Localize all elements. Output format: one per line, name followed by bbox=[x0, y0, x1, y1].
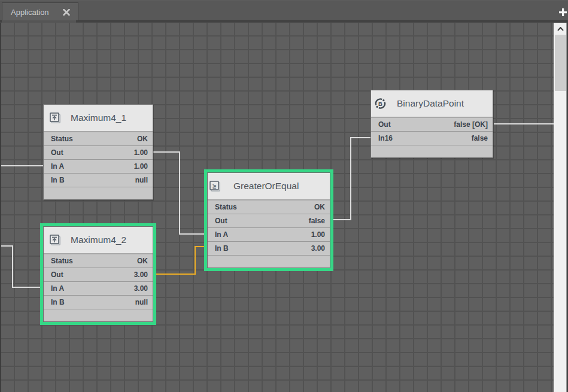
svg-text:B: B bbox=[378, 101, 382, 107]
slot-label: Status bbox=[215, 203, 237, 211]
block-title: Maximum4_1 bbox=[71, 113, 126, 123]
wire-to-maximum4-2-ina[interactable] bbox=[13, 287, 42, 288]
block-header[interactable]: ≥GreaterOrEqual bbox=[208, 173, 330, 200]
tab-title: Application bbox=[11, 8, 49, 17]
slot-label: In B bbox=[51, 298, 65, 306]
block-footer bbox=[44, 187, 153, 199]
slot-value: OK bbox=[137, 135, 148, 143]
slot-value: 3.00 bbox=[134, 271, 148, 279]
scroll-up-button[interactable] bbox=[555, 23, 566, 35]
wire-to-maximum4-1-ina[interactable] bbox=[0, 165, 44, 166]
slot-value: 1.00 bbox=[311, 230, 325, 239]
slot-row-inb[interactable]: In Bnull bbox=[44, 173, 153, 187]
block-greater-or-equal[interactable]: ≥GreaterOrEqualStatusOKOutfalseIn A1.00I… bbox=[207, 172, 330, 268]
slot-label: In16 bbox=[378, 134, 393, 142]
slot-row-out[interactable]: Out1.00 bbox=[44, 145, 153, 159]
slot-row-status[interactable]: StatusOK bbox=[44, 132, 153, 145]
slot-row-ina[interactable]: In A1.00 bbox=[44, 159, 153, 173]
slot-label: Out bbox=[378, 120, 391, 129]
wire-maximum4-1-out-to-goe-ina[interactable] bbox=[179, 151, 180, 235]
slot-value: 1.00 bbox=[134, 148, 148, 157]
slot-label: Status bbox=[51, 135, 73, 143]
wire-maximum4-1-out-to-goe-ina[interactable] bbox=[153, 151, 180, 153]
block-header[interactable]: Maximum4_2 bbox=[44, 227, 153, 254]
slot-row-out[interactable]: Out3.00 bbox=[44, 268, 153, 281]
tab-close-icon[interactable] bbox=[63, 9, 70, 16]
slot-label: Out bbox=[215, 217, 227, 225]
slot-value: false bbox=[309, 217, 325, 225]
block-footer bbox=[44, 309, 153, 321]
wire-maximum4-1-out-to-goe-ina[interactable] bbox=[180, 233, 206, 235]
block-title: Maximum4_2 bbox=[71, 235, 126, 245]
slot-row-inb[interactable]: In B3.00 bbox=[208, 241, 330, 255]
slot-value: 3.00 bbox=[134, 284, 148, 293]
wire-goe-out-to-bdp-in16[interactable] bbox=[332, 219, 351, 220]
block-footer bbox=[208, 255, 330, 268]
block-header[interactable]: Maximum4_1 bbox=[44, 105, 153, 132]
slot-row-ina[interactable]: In A3.00 bbox=[44, 281, 153, 295]
plus-icon bbox=[558, 8, 567, 17]
wire-maximum4-2-out-to-goe-inb[interactable] bbox=[155, 274, 195, 275]
slot-value: null bbox=[135, 176, 148, 184]
slot-label: In A bbox=[215, 230, 228, 239]
slot-label: In A bbox=[51, 284, 64, 293]
slot-value: 3.00 bbox=[311, 244, 325, 253]
greater-or-equal-icon: ≥ bbox=[209, 181, 221, 192]
wire-goe-out-to-bdp-in16[interactable] bbox=[350, 137, 351, 220]
slot-label: Out bbox=[51, 148, 63, 157]
slot-value: false [OK] bbox=[454, 120, 488, 129]
block-binary-data-point[interactable]: BBinaryDataPointOutfalse [OK]In16false bbox=[370, 90, 493, 158]
block-header[interactable]: BBinaryDataPoint bbox=[371, 90, 493, 118]
slot-row-status[interactable]: StatusOK bbox=[208, 200, 330, 214]
tab-bar: Application bbox=[0, 0, 568, 20]
slot-value: false bbox=[472, 134, 488, 142]
slot-value: OK bbox=[137, 257, 148, 265]
wire-maximum4-2-out-to-goe-inb[interactable] bbox=[195, 246, 196, 275]
slot-row-in16[interactable]: In16false bbox=[371, 131, 493, 145]
binary-data-point-icon: B bbox=[374, 97, 387, 110]
wiresheet-view: Application Maximum4_1StatusOKOut1.00In … bbox=[0, 0, 568, 392]
new-tab-button[interactable] bbox=[557, 7, 568, 17]
block-title: BinaryDataPoint bbox=[397, 98, 464, 109]
slot-value: OK bbox=[314, 203, 325, 211]
wire-goe-out-to-bdp-in16[interactable] bbox=[351, 137, 371, 138]
slot-value: null bbox=[135, 298, 148, 306]
block-title: GreaterOrEqual bbox=[233, 181, 299, 192]
chevron-up-icon bbox=[557, 27, 564, 31]
maximum-icon bbox=[50, 113, 61, 124]
slot-label: Status bbox=[51, 257, 73, 265]
slot-value: 1.00 bbox=[134, 162, 148, 171]
slot-row-ina[interactable]: In A1.00 bbox=[208, 227, 330, 241]
block-maximum4-2[interactable]: Maximum4_2StatusOKOut3.00In A3.00In Bnul… bbox=[43, 226, 153, 322]
canvas-left-border bbox=[0, 23, 1, 392]
wire-to-maximum4-2-ina[interactable] bbox=[0, 245, 13, 247]
svg-text:≥: ≥ bbox=[212, 182, 216, 189]
slot-row-out[interactable]: Outfalse bbox=[208, 214, 330, 227]
slot-label: Out bbox=[51, 271, 63, 279]
slot-label: In A bbox=[51, 162, 64, 171]
block-footer bbox=[371, 145, 493, 157]
wire-maximum4-2-out-to-goe-inb[interactable] bbox=[195, 246, 206, 247]
slot-row-status[interactable]: StatusOK bbox=[44, 254, 153, 268]
slot-label: In B bbox=[215, 244, 229, 253]
tab-application[interactable]: Application bbox=[2, 2, 78, 21]
vertical-scrollbar[interactable] bbox=[554, 23, 568, 392]
maximum-icon bbox=[50, 235, 61, 246]
slot-label: In B bbox=[51, 176, 65, 184]
scrollbar-thumb[interactable] bbox=[555, 35, 566, 91]
wire-to-maximum4-2-ina[interactable] bbox=[12, 245, 13, 288]
slot-row-inb[interactable]: In Bnull bbox=[44, 295, 153, 309]
wire-bdp-out-to-edge[interactable] bbox=[494, 123, 554, 124]
slot-row-out[interactable]: Outfalse [OK] bbox=[371, 118, 493, 131]
block-maximum4-1[interactable]: Maximum4_1StatusOKOut1.00In A1.00In Bnul… bbox=[43, 104, 153, 200]
